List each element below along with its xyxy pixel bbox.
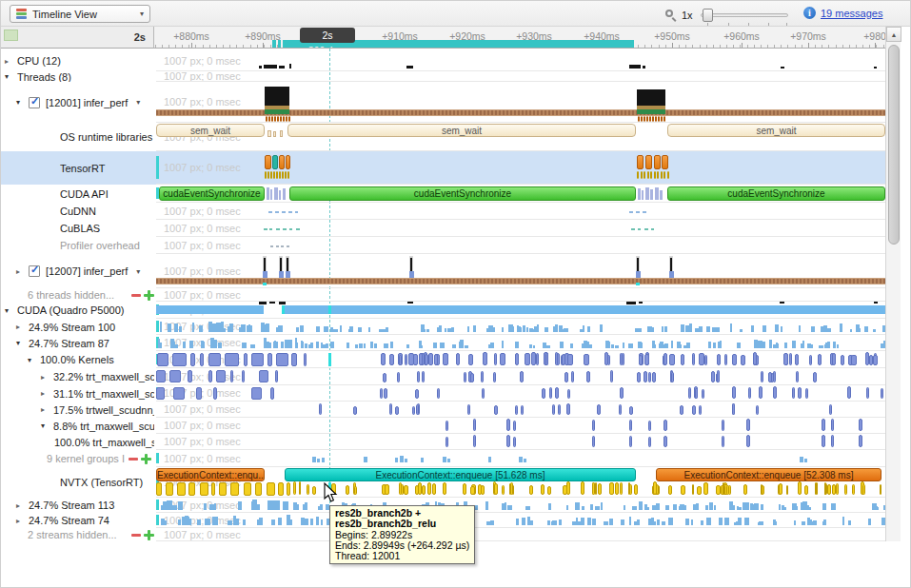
timeline-row-cpu[interactable]: ▸CPU (12)1007 px; 0 msec: [1, 50, 885, 71]
sidebar-item-cudadev[interactable]: ▾CUDA (Quadro P5000): [1, 302, 154, 319]
event-block[interactable]: [265, 109, 289, 114]
sidebar-item-cublas[interactable]: CuBLAS: [1, 220, 154, 237]
sidebar-item-profiler[interactable]: Profiler overhead: [1, 237, 154, 254]
row-track-hidden6[interactable]: 1007 px; 0 msec: [156, 288, 885, 302]
sidebar-item-t12007[interactable]: ▸✓[12007] infer_perf▾: [1, 254, 154, 288]
row-track-s100[interactable]: 1007 px; 0 msec: [156, 319, 885, 335]
sidebar-item-k17[interactable]: ▸17.5% trtwell_scudnn_128x: [1, 402, 154, 418]
event-bar-enqueue_2[interactable]: ExecutionContext::enqueue [52.308 ms]: [656, 468, 881, 481]
event-block[interactable]: [662, 155, 668, 169]
expander-collapsed-icon[interactable]: ▸: [16, 501, 24, 510]
sidebar-item-k31[interactable]: ▸31.1% trt_maxwell_scudnn: [1, 385, 154, 402]
event-bar-enqueue_trunc[interactable]: ExecutionContext::enqu...: [156, 468, 265, 481]
row-track-cudnn[interactable]: 1007 px; 0 msec: [156, 203, 885, 220]
event-bar-sem_wait[interactable]: sem_wait: [287, 124, 636, 137]
row-track-hidden2[interactable]: 1007 px; 0 msec: [156, 528, 885, 541]
sidebar-item-hidden2[interactable]: 2 streams hidden...: [1, 528, 154, 541]
thread-checkbox[interactable]: ✓: [29, 265, 40, 277]
expander-expanded-icon[interactable]: ▾: [5, 306, 12, 315]
zoom-slider[interactable]: [701, 7, 788, 24]
row-track-k100[interactable]: 1007 px; 0 msec: [156, 434, 885, 450]
expander-collapsed-icon[interactable]: ▸: [16, 323, 24, 331]
timeline-row-osrt[interactable]: OS runtime libraries1007 px; 0 msecsem_w…: [1, 123, 885, 151]
event-block[interactable]: [645, 155, 652, 169]
row-track-cublas[interactable]: 1007 px; 0 msec: [156, 220, 885, 237]
event-block[interactable]: [279, 155, 285, 169]
zoom-slider-handle[interactable]: [703, 9, 713, 22]
expander-collapsed-icon[interactable]: ▸: [41, 389, 49, 398]
row-options-dropdown-icon[interactable]: ▾: [136, 267, 140, 276]
row-track-threads[interactable]: 1007 px; 0 msec: [156, 71, 885, 82]
scroll-up-icon[interactable]: ▲: [886, 27, 901, 42]
sidebar-item-threads[interactable]: ▾Threads (8): [1, 71, 154, 82]
timeline-row-k100[interactable]: 100.0% trt_maxwell_scud1007 px; 0 msec: [1, 434, 885, 450]
sidebar-item-cpu[interactable]: ▸CPU (12): [1, 50, 154, 71]
scrollbar-thumb[interactable]: [888, 45, 900, 245]
event-bar-cuda_sync[interactable]: cudaEventSynchronize: [289, 186, 636, 201]
event-block[interactable]: [265, 155, 271, 169]
timeline-row-k31[interactable]: ▸31.1% trt_maxwell_scudnn1007 px; 0 msec: [1, 385, 885, 402]
row-track-s87[interactable]: 1007 px; 0 msec: [156, 335, 885, 351]
timeline-row-t12001[interactable]: ▾✓[12001] infer_perf▾1007 px; 0 msec: [1, 82, 885, 123]
sidebar-item-s100[interactable]: ▸24.9% Stream 100: [1, 319, 154, 335]
sidebar-item-s113[interactable]: ▸24.7% Stream 113: [1, 498, 154, 513]
collapse-minus-icon[interactable]: [131, 294, 141, 297]
sidebar-item-k88[interactable]: ▾8.8% trt_maxwell_scudnn_1: [1, 418, 154, 434]
row-track-osrt[interactable]: 1007 px; 0 msecsem_waitsem_waitsem_wait: [156, 123, 885, 151]
row-track-cpu[interactable]: 1007 px; 0 msec: [156, 50, 885, 71]
expander-expanded-icon[interactable]: ▾: [16, 98, 24, 107]
row-track-t12001[interactable]: 1007 px; 0 msec: [156, 82, 885, 123]
event-bar-sem_wait[interactable]: sem_wait: [156, 124, 265, 137]
timeline-row-k17[interactable]: ▸17.5% trtwell_scudnn_128x1007 px; 0 mse…: [1, 402, 885, 418]
sidebar-item-tensorrt[interactable]: TensorRT: [1, 151, 154, 185]
row-track-s74[interactable]: 1007 px; 0 msec: [156, 513, 885, 528]
sidebar-item-kernels[interactable]: ▾100.0% Kernels: [1, 351, 154, 368]
row-track-cudaapi[interactable]: 1007 px; 0 mseccudaEventSynchronizecudaE…: [156, 185, 885, 203]
expander-collapsed-icon[interactable]: ▸: [16, 267, 24, 276]
thread-checkbox[interactable]: ✓: [29, 97, 40, 108]
timeline-row-kgroups[interactable]: 9 kernel groups I↘1007 px; 0 msec: [1, 450, 885, 467]
timeline-row-kernels[interactable]: ▾100.0% Kernels1007 px; 0 msec: [1, 351, 885, 368]
sidebar-item-nvtx[interactable]: NVTX (TensorRT): [1, 467, 154, 498]
sidebar-item-t12001[interactable]: ▾✓[12001] infer_perf▾: [1, 82, 154, 123]
row-track-profiler[interactable]: 1007 px; 0 msec: [156, 237, 885, 254]
sidebar-item-hidden6[interactable]: 6 threads hidden...: [1, 288, 154, 302]
event-block[interactable]: [637, 155, 644, 169]
expander-expanded-icon[interactable]: ▾: [41, 421, 49, 430]
expand-plus-icon[interactable]: [141, 454, 151, 464]
collapse-minus-icon[interactable]: [129, 458, 138, 461]
sidebar-item-k32[interactable]: ▸32.2% trt_maxwell_scudnn_: [1, 368, 154, 385]
timeline-row-profiler[interactable]: Profiler overhead1007 px; 0 msec: [1, 237, 885, 254]
timeline-row-cublas[interactable]: CuBLAS1007 px; 0 msec: [1, 220, 885, 237]
event-block[interactable]: [637, 89, 665, 106]
timeline-row-hidden6[interactable]: 6 threads hidden...1007 px; 0 msec: [1, 288, 885, 302]
timeline-row-s100[interactable]: ▸24.9% Stream 1001007 px; 0 msec: [1, 319, 885, 335]
event-bar-enqueue_1[interactable]: ExecutionContext::enqueue [51.628 ms]: [285, 468, 636, 481]
row-track-nvtx[interactable]: 1007 px; 0 msecExecutionContext::enqu...…: [156, 467, 885, 498]
timeline-row-tensorrt[interactable]: TensorRT1007 px; 0 msec: [1, 151, 885, 185]
expander-collapsed-icon[interactable]: ▸: [5, 57, 12, 66]
zoom-slider-track[interactable]: [701, 13, 788, 17]
sidebar-item-s87[interactable]: ▾24.7% Stream 87: [1, 335, 154, 351]
timeline-ruler[interactable]: +880ms+890ms+910ms+920ms+930ms+940ms+950…: [154, 27, 885, 49]
collapse-minus-icon[interactable]: [131, 534, 141, 537]
event-block[interactable]: [265, 87, 289, 106]
row-track-k31[interactable]: 1007 px; 0 msec: [156, 385, 885, 402]
timeline-row-k88[interactable]: ▾8.8% trt_maxwell_scudnn_11007 px; 0 mse…: [1, 418, 885, 434]
event-block[interactable]: [272, 155, 278, 169]
sidebar-item-k100[interactable]: 100.0% trt_maxwell_scud: [1, 434, 154, 450]
row-track-k88[interactable]: 1007 px; 0 msec: [156, 418, 885, 434]
vertical-scrollbar[interactable]: ▲: [885, 27, 901, 541]
expand-plus-icon[interactable]: [144, 290, 154, 301]
row-track-tensorrt[interactable]: 1007 px; 0 msec: [156, 151, 885, 185]
expand-plus-icon[interactable]: [144, 530, 154, 540]
event-bar-cuda_sync[interactable]: cudaEventSynchronize: [159, 186, 265, 201]
sidebar-item-kgroups[interactable]: 9 kernel groups I↘: [1, 450, 154, 467]
event-block[interactable]: [637, 109, 665, 114]
expander-expanded-icon[interactable]: ▾: [16, 339, 24, 347]
event-bar-sem_wait[interactable]: sem_wait: [667, 124, 885, 137]
event-block[interactable]: [654, 155, 661, 169]
row-track-k17[interactable]: 1007 px; 0 msec: [156, 402, 885, 418]
sidebar-item-cudnn[interactable]: CuDNN: [1, 203, 154, 220]
sidebar-item-cudaapi[interactable]: CUDA API: [1, 185, 154, 203]
